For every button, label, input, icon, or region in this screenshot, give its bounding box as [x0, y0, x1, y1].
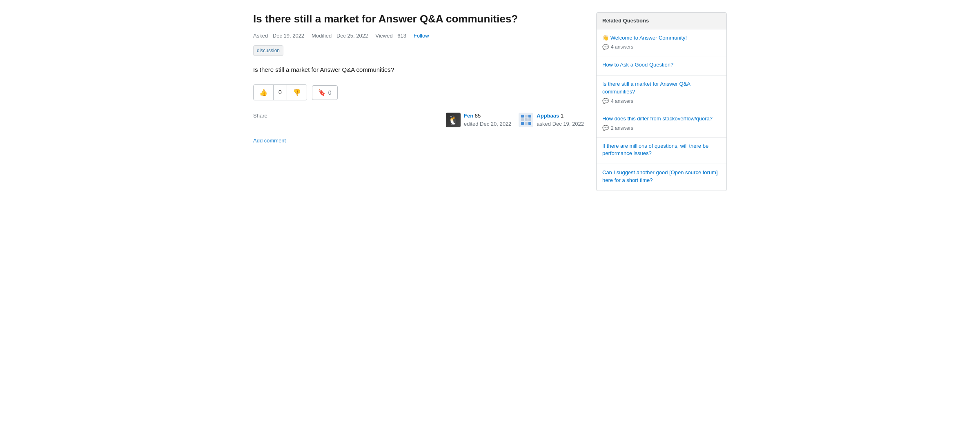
- related-item-title-3[interactable]: How does this differ from stackoverflow/…: [602, 115, 721, 122]
- follow-button[interactable]: Follow: [414, 32, 429, 40]
- vote-buttons: 👍 0 👎: [253, 84, 307, 100]
- related-questions: Related Questions 👋 Welcome to Answer Co…: [596, 12, 727, 191]
- tag-discussion[interactable]: discussion: [253, 45, 283, 56]
- asker-card: Appbaas 1 asked Dec 19, 2022: [519, 112, 584, 128]
- related-item-2[interactable]: Is there still a market for Answer Q&A c…: [597, 75, 726, 110]
- asker-action: asked Dec 19, 2022: [537, 121, 584, 127]
- question-meta: Asked Dec 19, 2022 Modified Dec 25, 2022…: [253, 32, 584, 40]
- main-content: Is there still a market for Answer Q&A c…: [253, 12, 584, 191]
- editor-name[interactable]: Fen: [464, 113, 473, 119]
- related-header: Related Questions: [597, 13, 726, 29]
- sidebar: Related Questions 👋 Welcome to Answer Co…: [596, 12, 727, 191]
- related-item-4[interactable]: If there are millions of questions, will…: [597, 138, 726, 164]
- tag-list: discussion: [253, 45, 584, 56]
- editor-action: edited Dec 20, 2022: [464, 121, 511, 127]
- upvote-button[interactable]: 👍: [254, 85, 273, 100]
- answer-count-2: 4 answers: [611, 98, 633, 105]
- user-cards: Fen 85 edited Dec 20, 2022: [446, 112, 584, 128]
- related-item-1[interactable]: How to Ask a Good Question?: [597, 56, 726, 75]
- asker-avatar: [519, 113, 533, 127]
- related-item-title-2[interactable]: Is there still a market for Answer Q&A c…: [602, 80, 721, 95]
- add-comment-link[interactable]: Add comment: [253, 138, 286, 144]
- downvote-icon: 👎: [293, 89, 301, 96]
- question-body: Is there still a market for Answer Q&A c…: [253, 65, 584, 75]
- related-item-0[interactable]: 👋 Welcome to Answer Community! 💬 4 answe…: [597, 29, 726, 57]
- vote-row: 👍 0 👎 🔖 0: [253, 84, 584, 100]
- related-item-title-0[interactable]: 👋 Welcome to Answer Community!: [602, 34, 721, 42]
- bookmark-icon: 🔖: [318, 89, 326, 96]
- answer-count-3: 2 answers: [611, 124, 633, 132]
- question-title: Is there still a market for Answer Q&A c…: [253, 12, 584, 26]
- related-item-3[interactable]: How does this differ from stackoverflow/…: [597, 110, 726, 138]
- chat-icon-0: 💬: [602, 43, 609, 51]
- downvote-button[interactable]: 👎: [287, 85, 307, 100]
- related-item-meta-0: 💬 4 answers: [602, 43, 721, 51]
- bookmark-count: 0: [328, 89, 332, 96]
- chat-icon-3: 💬: [602, 124, 609, 132]
- asker-info: Appbaas 1 asked Dec 19, 2022: [537, 112, 584, 128]
- asker-rep: 1: [561, 113, 564, 119]
- related-item-5[interactable]: Can I suggest another good [Open source …: [597, 164, 726, 190]
- editor-rep: 85: [475, 113, 481, 119]
- related-item-title-1[interactable]: How to Ask a Good Question?: [602, 61, 721, 69]
- related-item-meta-2: 💬 4 answers: [602, 97, 721, 105]
- viewed-count: Viewed 613: [375, 32, 406, 40]
- vote-count: 0: [273, 85, 287, 100]
- answer-count-0: 4 answers: [611, 43, 633, 51]
- upvote-icon: 👍: [259, 89, 267, 96]
- bookmark-button[interactable]: 🔖 0: [312, 85, 338, 100]
- chat-icon-2: 💬: [602, 97, 609, 105]
- related-item-emoji-0: 👋: [602, 35, 610, 41]
- editor-avatar: [446, 113, 461, 127]
- editor-card: Fen 85 edited Dec 20, 2022: [446, 112, 511, 128]
- asked-date: Asked Dec 19, 2022: [253, 32, 304, 40]
- related-item-title-5[interactable]: Can I suggest another good [Open source …: [602, 169, 721, 184]
- editor-info: Fen 85 edited Dec 20, 2022: [464, 112, 511, 128]
- related-item-meta-3: 💬 2 answers: [602, 124, 721, 132]
- modified-date: Modified Dec 25, 2022: [312, 32, 368, 40]
- related-item-title-4[interactable]: If there are millions of questions, will…: [602, 142, 721, 157]
- post-footer: Share Fen 85 edited Dec 20, 2022: [253, 112, 584, 128]
- share-link[interactable]: Share: [253, 112, 267, 120]
- asker-name[interactable]: Appbaas: [537, 113, 559, 119]
